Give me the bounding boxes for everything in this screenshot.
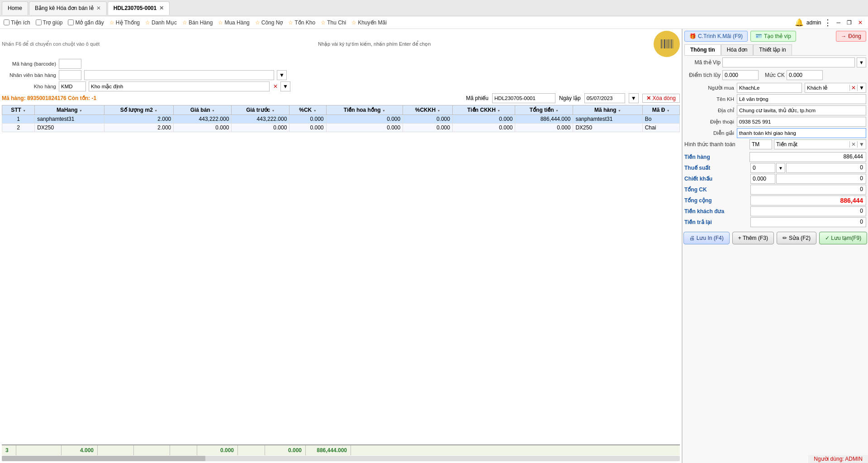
search-hint-left: Nhấn F6 để di chuyển con chuột vào ô qué… <box>2 41 100 47</box>
menu-danhmuc[interactable]: ☆ Danh Mục <box>145 19 177 26</box>
khohang-name-input[interactable] <box>89 81 270 91</box>
ctrinh-kmai-btn[interactable]: 🎁 C.Trình K.Mãi (F9) <box>684 31 748 42</box>
them-label: + Thêm (F3) <box>738 235 768 241</box>
ngay-lap-dropdown[interactable]: ▼ <box>629 93 639 103</box>
tien-tra-row: Tiền trả lại 0 <box>684 217 866 227</box>
barcode-input[interactable] <box>59 59 81 69</box>
luu-in-btn[interactable]: 🖨 Lưu In (F4) <box>683 232 730 244</box>
checkbox-trogiup[interactable] <box>36 19 42 25</box>
diem-tich-luy-input[interactable] <box>722 70 759 80</box>
thue-suat-dropdown[interactable]: ▼ <box>776 163 785 173</box>
tien-kh-value: 0 <box>750 206 866 216</box>
nguoi-mua-row: Người mua Khách lẻ ✕ ▼ <box>684 83 866 93</box>
barcode-svg <box>659 37 674 51</box>
star-thuchi: ☆ <box>321 19 326 26</box>
nhanvien-label: Nhân viên bán hàng <box>2 72 56 78</box>
menu-khuyenmai[interactable]: ☆ Khuyến Mãi <box>351 19 387 26</box>
menu-bar: Tiện ích Trợ giúp Mở gần đây ☆ Hệ Thống … <box>0 16 868 29</box>
code-date-area: Mã phiếu Ngày lập ▼ ✕ Xóa dòng <box>466 93 680 103</box>
table-row[interactable]: 1sanphamtest312.000443,222.000443,222.00… <box>2 115 680 124</box>
footer-tongtien: 886,444.000 <box>306 445 351 455</box>
thue-suat-input[interactable] <box>750 163 775 173</box>
thue-amount: 0 <box>786 163 866 173</box>
menu-hethong[interactable]: ☆ Hệ Thống <box>109 19 140 26</box>
them-btn[interactable]: + Thêm (F3) <box>732 232 774 244</box>
hthuc-clear[interactable]: ✕ <box>849 141 857 148</box>
hthuc-code-input[interactable] <box>749 139 772 149</box>
menu-congno[interactable]: ☆ Công Nợ <box>255 19 283 26</box>
ngay-lap-input[interactable] <box>584 93 625 103</box>
khach-le-label: Khách lẻ <box>805 84 849 92</box>
menu-muahang[interactable]: ☆ Mua Hàng <box>218 19 249 26</box>
ma-the-vip-dropdown[interactable]: ▼ <box>857 57 866 67</box>
bell-icon[interactable]: 🔔 <box>795 18 804 27</box>
nhanvien-row: Nhân viên bán hàng ▼ <box>2 70 680 80</box>
tao-the-vip-btn[interactable]: 🪪 Tạo thẻ vip <box>750 31 796 42</box>
checkbox-mogannday[interactable] <box>68 19 74 25</box>
dia-chi-input[interactable] <box>737 105 866 115</box>
col-giaban: Giá bán <box>174 105 232 115</box>
ma-the-vip-input[interactable] <box>722 57 855 67</box>
ma-phieu-input[interactable] <box>492 93 555 103</box>
tab-hdl[interactable]: HDL230705-0001 ✕ <box>108 1 170 15</box>
menu-trogiup[interactable]: Trợ giúp <box>36 19 63 26</box>
close-bang-ke[interactable]: ✕ <box>96 5 101 11</box>
luu-tam-btn[interactable]: ✓ Lưu tạm(F9) <box>819 232 867 244</box>
hscrollbar[interactable] <box>2 456 680 461</box>
nhanvien-dropdown[interactable]: ▼ <box>277 70 287 80</box>
muc-ck-input[interactable] <box>787 70 823 80</box>
ngay-lap-label: Ngày lập <box>559 95 581 101</box>
menu-tonkho[interactable]: ☆ Tồn Kho <box>288 19 315 26</box>
tab-hoadon[interactable]: Hóa đơn <box>721 44 754 55</box>
nguoi-mua-dropdown[interactable]: ▼ <box>857 85 866 91</box>
ma-phieu-label: Mã phiếu <box>466 95 489 101</box>
star-khuyenmai: ☆ <box>351 19 356 26</box>
hthuc-select[interactable]: Tiền mặt ✕ ▼ <box>774 139 866 149</box>
close-btn-window[interactable]: ✕ <box>856 19 864 26</box>
xoa-dong-btn[interactable]: ✕ Xóa dòng <box>642 94 680 103</box>
col-mahang2: Mã hàng <box>573 105 642 115</box>
tien-hang-label: Tiền hàng <box>684 154 748 160</box>
nguoi-mua-code-input[interactable] <box>737 83 802 93</box>
menu-banhang[interactable]: ☆ Bán Hàng <box>182 19 213 26</box>
tab-bang-ke[interactable]: Bảng kê Hóa đơn bán lẻ ✕ <box>29 1 107 15</box>
ctrinh-kmai-label: C.Trình K.Mãi (F9) <box>698 33 743 39</box>
khohang-row: Kho hàng ✕ ▼ <box>2 81 680 91</box>
khohang-code-input[interactable] <box>59 81 86 91</box>
menu-thuchi[interactable]: ☆ Thu Chi <box>321 19 346 26</box>
minimize-btn[interactable]: ─ <box>835 19 842 26</box>
tab-thongtin[interactable]: Thông tin <box>684 44 721 55</box>
khohang-clear[interactable]: ✕ <box>273 83 278 90</box>
table-row[interactable]: 2DX2502.0000.0000.0000.0000.0000.0000.00… <box>2 124 680 132</box>
khohang-dropdown[interactable]: ▼ <box>280 81 290 91</box>
hthuc-dropdown[interactable]: ▼ <box>857 141 866 148</box>
close-hdl[interactable]: ✕ <box>159 5 164 11</box>
menu-dots[interactable]: ⋮ <box>824 18 832 28</box>
chiet-khau-input[interactable] <box>750 174 775 184</box>
nguoi-mua-clear[interactable]: ✕ <box>849 85 857 91</box>
checkbox-tienich[interactable] <box>4 19 9 25</box>
tab-home[interactable]: Home <box>2 1 28 15</box>
ten-kh-input[interactable] <box>737 94 866 104</box>
dong-btn[interactable]: → Đóng <box>836 31 866 42</box>
nhanvien-name-input[interactable] <box>84 70 274 80</box>
dien-thoai-input[interactable] <box>737 117 866 127</box>
dien-giai-row: Diễn giải <box>684 128 866 138</box>
tab-thietlapin[interactable]: Thiết lập in <box>753 44 792 55</box>
star-muahang: ☆ <box>218 19 223 26</box>
footer-empty4 <box>170 445 197 455</box>
dien-giai-input[interactable] <box>737 128 866 138</box>
ma-the-vip-row: Mã thẻ Vip ▼ <box>684 57 866 67</box>
muc-ck-label: Mức CK <box>765 72 785 78</box>
nguoi-mua-select[interactable]: Khách lẻ ✕ ▼ <box>805 83 866 93</box>
hscrollbar-thumb[interactable] <box>2 456 205 461</box>
nhanvien-code-input[interactable] <box>59 70 81 80</box>
sua-btn[interactable]: ✏ Sửa (F2) <box>777 232 816 244</box>
restore-btn[interactable]: ❐ <box>845 19 854 26</box>
hthuc-select-val: Tiền mặt <box>774 140 849 148</box>
right-panel: 🎁 C.Trình K.Mãi (F9) 🪪 Tạo thẻ vip → Đón… <box>683 29 868 463</box>
menu-mo-gan-day[interactable]: Mở gần đây <box>68 19 104 26</box>
svg-rect-5 <box>669 39 670 48</box>
main-content: Nhấn F6 để di chuyển con chuột vào ô qué… <box>0 29 868 463</box>
menu-tienich[interactable]: Tiện ích <box>4 19 30 26</box>
